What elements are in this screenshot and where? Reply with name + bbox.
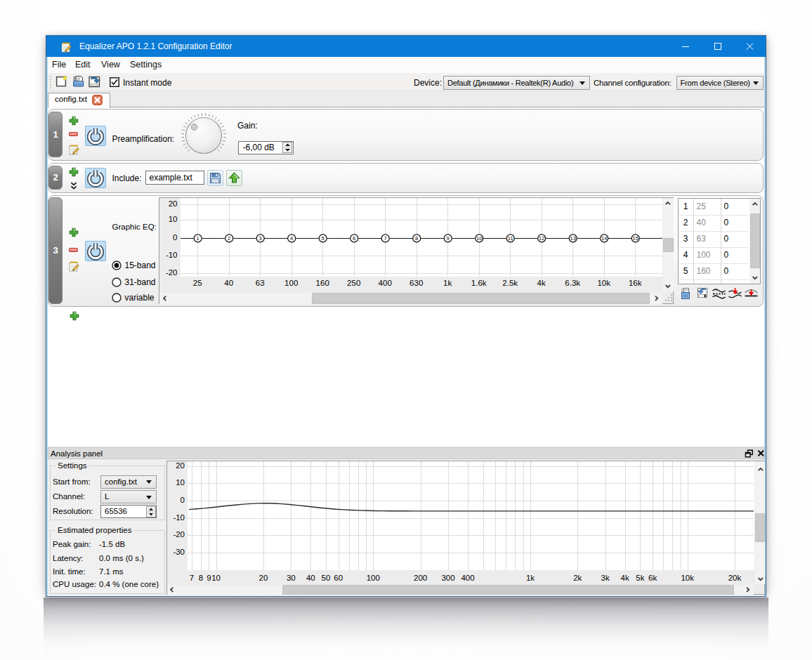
svg-text:5: 5: [321, 235, 324, 242]
svg-text:1: 1: [196, 235, 199, 242]
svg-text:6: 6: [353, 235, 355, 242]
svg-text:11: 11: [507, 235, 513, 242]
svg-text:12: 12: [539, 235, 544, 242]
svg-text:8: 8: [415, 235, 418, 242]
svg-text:9: 9: [446, 235, 449, 242]
svg-text:3: 3: [258, 235, 261, 242]
svg-text:4: 4: [290, 235, 293, 242]
svg-text:7: 7: [384, 235, 386, 242]
svg-text:2: 2: [228, 235, 230, 242]
svg-text:13: 13: [570, 235, 575, 242]
svg-text:10: 10: [476, 235, 482, 242]
svg-text:15: 15: [632, 235, 638, 242]
svg-text:14: 14: [601, 235, 607, 242]
